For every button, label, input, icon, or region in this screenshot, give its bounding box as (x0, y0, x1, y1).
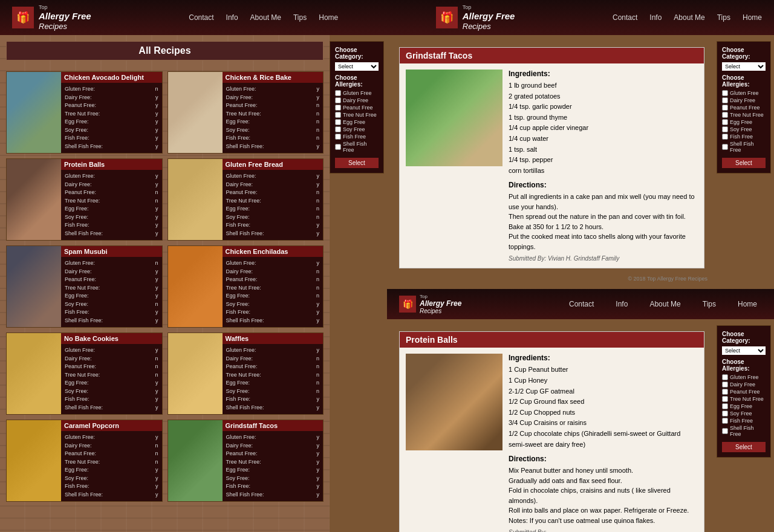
all-recipes-panel: All Recipes Chicken Avocado Delight Glut… (0, 35, 330, 532)
filter-gluten-left: Gluten Free (335, 90, 379, 96)
logo-right: 🎁 Top Allergy Free Recipes (436, 4, 515, 31)
nav-contact-right[interactable]: Contact (613, 13, 637, 22)
recipe-img-spam (7, 246, 61, 327)
mid-footer-logo: 🎁 Top Allergy Free Recipes (399, 294, 461, 314)
recipe-name-spam: Spam Musubi (61, 246, 162, 257)
filter-category-select-rb[interactable]: Select (722, 346, 766, 355)
recipe-img-grindstaff (168, 420, 223, 501)
left-filter-panel: Choose Category: Select Choose Allergies… (330, 41, 384, 174)
grindstaff-detail-title: Grindstaff Tacos (400, 48, 704, 63)
recipe-info-chicken-rice: Chicken & Rice Bake Gluten Free:y Dairy … (223, 72, 324, 153)
recipe-info-protein-balls: Protein Balls Gluten Free:y Dairy Free:y… (61, 159, 162, 240)
recipe-name-enchiladas: Chicken Enchiladas (223, 246, 324, 257)
grindstaff-submitted-by: Submitted By: Vivian H. Grindstaff Famil… (509, 255, 698, 262)
filter-allergies-label-left: Choose Allergies: (335, 74, 379, 88)
nav-tips-left[interactable]: Tips (293, 13, 307, 22)
mid-footer: 🎁 Top Allergy Free Recipes Contact Info … (387, 289, 774, 319)
protein-submitted-by: Submitted By: (509, 529, 698, 532)
grindstaff-directions-title: Directions: (509, 181, 698, 189)
nav-about-left[interactable]: About Me (250, 13, 281, 22)
right-filter-panel-top: Choose Category: Select Choose Allergies… (717, 41, 771, 174)
recipe-card-nobake[interactable]: No Bake Cookies Gluten Free:y Dairy Free… (6, 332, 163, 415)
left-column: All Recipes Chicken Avocado Delight Glut… (0, 35, 387, 532)
recipe-img-chicken-rice (168, 72, 223, 153)
mid-nav-info[interactable]: Info (616, 300, 628, 308)
grindstaff-ingredients-list: 1 lb ground beef 2 grated potatoes 1/4 t… (509, 80, 698, 176)
recipe-card-enchiladas[interactable]: Chicken Enchiladas Gluten Free:y Dairy F… (167, 245, 324, 328)
recipe-card-chicken-avocado[interactable]: Chicken Avocado Delight Gluten Free:n Da… (6, 71, 163, 154)
recipe-info-grindstaff: Grindstaff Tacos Gluten Free:y Dairy Fre… (223, 420, 324, 501)
recipes-grid: Chicken Avocado Delight Gluten Free:n Da… (6, 71, 324, 502)
mid-footer-nav: Contact Info About Me Tips Home (564, 300, 762, 308)
filter-category-select-right[interactable]: Select (722, 62, 766, 71)
protein-balls-section: Protein Balls Ingredients: 1 Cup Peanut … (387, 319, 774, 532)
protein-detail-title: Protein Balls (400, 332, 704, 348)
recipe-img-enchiladas (168, 246, 223, 327)
logo-top-right: Top (463, 4, 515, 11)
filter-category-select-left[interactable]: Select (335, 62, 379, 71)
copyright-right-top: © 2018 Top Allergy Free Recipes (393, 274, 711, 283)
mid-nav-tips[interactable]: Tips (703, 300, 716, 308)
protein-ingredients-title: Ingredients: (509, 354, 698, 362)
recipe-name-nobake: No Bake Cookies (61, 333, 162, 344)
filter-shellfish-left: Shell Fish Free (335, 141, 379, 153)
recipe-img-chicken-avocado (7, 72, 61, 153)
recipe-img-nobake (7, 333, 61, 414)
recipe-card-caramel[interactable]: Caramel Popcorn Gluten Free:y Dairy Free… (6, 420, 163, 502)
recipe-info-caramel: Caramel Popcorn Gluten Free:y Dairy Free… (61, 420, 162, 501)
filter-select-btn-right-bottom[interactable]: Select (722, 442, 766, 452)
logo-text-right: Top Allergy Free Recipes (463, 4, 515, 31)
logo-main-right: Allergy Free (463, 11, 515, 22)
protein-directions-text: Mix Peanut butter and honey until smooth… (509, 465, 698, 525)
nav-right: Contact Info About Me Tips Home (613, 13, 762, 22)
recipe-info-waffles: Waffles Gluten Free:y Dairy Free:n Peanu… (223, 333, 324, 414)
grindstaff-detail-card: Grindstaff Tacos Ingredients: 1 lb groun… (399, 47, 704, 268)
filter-select-btn-left[interactable]: Select (335, 158, 379, 168)
mid-nav-home[interactable]: Home (738, 300, 757, 308)
protein-detail-img (406, 354, 502, 450)
recipe-card-protein-balls[interactable]: Protein Balls Gluten Free:y Dairy Free:y… (6, 158, 163, 241)
nav-info-left[interactable]: Info (226, 13, 238, 22)
nav-info-right[interactable]: Info (649, 13, 662, 22)
filter-treenut-left: Tree Nut Free (335, 112, 379, 118)
protein-directions-title: Directions: (509, 455, 698, 463)
recipe-info-nobake: No Bake Cookies Gluten Free:y Dairy Free… (61, 333, 162, 414)
protein-ingredients-list: 1 Cup Peanut butter 1 Cup Honey 2-1/2 Cu… (509, 365, 698, 450)
recipe-img-protein-balls (7, 159, 61, 240)
protein-detail-content: Ingredients: 1 Cup Peanut butter 1 Cup H… (509, 354, 698, 532)
filter-dairy-left: Dairy Free (335, 97, 379, 103)
logo-icon-right: 🎁 (436, 7, 458, 28)
mid-nav-contact[interactable]: Contact (569, 300, 594, 308)
mid-footer-logo-icon: 🎁 (399, 296, 416, 313)
recipe-card-gluten-bread[interactable]: Gluten Free Bread Gluten Free:y Dairy Fr… (167, 158, 324, 241)
mid-nav-about[interactable]: About Me (649, 300, 680, 308)
recipe-info-chicken-avocado: Chicken Avocado Delight Gluten Free:n Da… (61, 72, 162, 153)
logo-left: 🎁 Top Allergy Free Recipes (12, 4, 91, 31)
filter-egg-left: Egg Free (335, 119, 379, 125)
filter-select-btn-right-top[interactable]: Select (722, 158, 766, 168)
recipe-card-spam-musubi[interactable]: Spam Musubi Gluten Free:n Dairy Free:y P… (6, 245, 163, 328)
nav-tips-right[interactable]: Tips (717, 13, 730, 22)
recipe-name-protein-balls: Protein Balls (61, 159, 162, 170)
recipe-card-grindstaff[interactable]: Grindstaff Tacos Gluten Free:y Dairy Fre… (167, 420, 324, 502)
grindstaff-detail-img (406, 70, 502, 166)
logo-sub-right: Recipes (463, 22, 515, 31)
protein-detail-card: Protein Balls Ingredients: 1 Cup Peanut … (399, 331, 704, 532)
nav-home-left[interactable]: Home (319, 13, 338, 22)
nav-left: Contact Info About Me Tips Home (189, 13, 338, 22)
recipe-info-gluten-bread: Gluten Free Bread Gluten Free:y Dairy Fr… (223, 159, 324, 240)
grindstaff-detail-content: Ingredients: 1 lb ground beef 2 grated p… (509, 70, 698, 262)
nav-home-right[interactable]: Home (743, 13, 762, 22)
grindstaff-detail-area: Grindstaff Tacos Ingredients: 1 lb groun… (387, 35, 717, 289)
filter-category-label-right: Choose Category: (722, 47, 766, 60)
filter-category-label-left: Choose Category: (335, 47, 379, 60)
recipe-card-chicken-rice[interactable]: Chicken & Rice Bake Gluten Free:y Dairy … (167, 71, 324, 154)
logo-text-left: Top Allergy Free Recipes (39, 4, 91, 31)
all-recipes-title: All Recipes (6, 41, 324, 60)
recipe-card-waffles[interactable]: Waffles Gluten Free:y Dairy Free:n Peanu… (167, 332, 324, 415)
recipe-name-grindstaff: Grindstaff Tacos (223, 420, 324, 431)
nav-about-right[interactable]: About Me (674, 13, 704, 22)
filter-category-label-rb: Choose Category: (722, 331, 766, 344)
nav-contact-left[interactable]: Contact (189, 13, 213, 22)
main-layout: All Recipes Chicken Avocado Delight Glut… (0, 35, 774, 532)
